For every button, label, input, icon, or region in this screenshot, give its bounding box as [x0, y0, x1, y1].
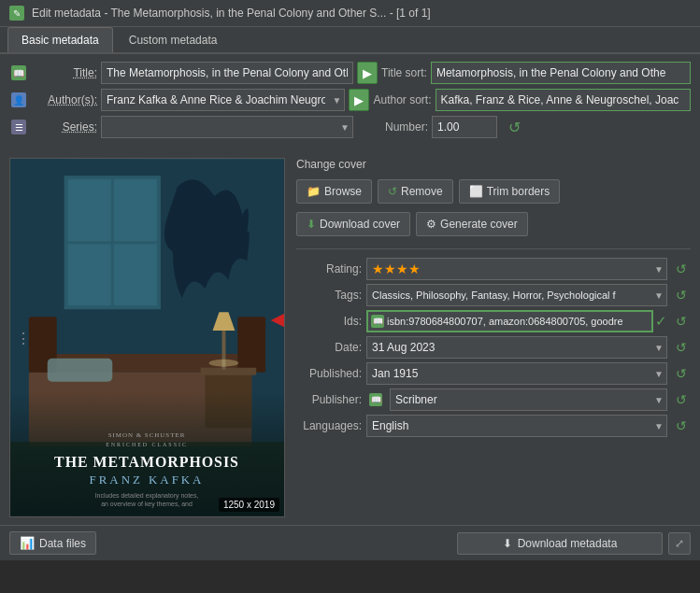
data-files-button[interactable]: 📊 Data files: [9, 531, 96, 555]
date-row: Date: 31 Aug 2023 ▼ ↺: [296, 336, 691, 359]
browse-button[interactable]: 📁 Browse: [296, 179, 372, 204]
author-sort-label: Author sort:: [373, 93, 431, 106]
ids-book-icon: 📖: [371, 315, 384, 328]
cover-area: SIMON & SCHUSTER ENRICHED CLASSIC THE ME…: [9, 158, 285, 517]
tab-bar: Basic metadata Custom metadata: [0, 27, 700, 54]
publisher-book-icon: 📖: [369, 393, 382, 406]
series-icon: ☰: [11, 120, 26, 134]
publisher-refresh-btn[interactable]: ↺: [672, 390, 691, 409]
tags-row: Tags: Classics, Philosophy, Fantasy, Hor…: [296, 284, 691, 306]
cover-image[interactable]: SIMON & SCHUSTER ENRICHED CLASSIC THE ME…: [9, 158, 285, 517]
languages-refresh-btn[interactable]: ↺: [672, 417, 691, 435]
published-select[interactable]: Jan 1915: [366, 362, 667, 385]
cover-art-svg: SIMON & SCHUSTER ENRICHED CLASSIC THE ME…: [10, 159, 284, 516]
metadata-fields-area: 📖 Title: ▶ Title sort: 👤 Author(s): Fran…: [0, 54, 700, 150]
download-meta-label: Download metadata: [518, 537, 618, 550]
window-title: Edit metadata - The Metamorphosis, in th…: [32, 7, 431, 20]
series-select[interactable]: [101, 116, 353, 138]
metadata-rows: Rating: ★★★★ ▼ ↺ Tags: Classics, Philoso…: [296, 258, 691, 437]
svg-rect-9: [48, 359, 113, 382]
author-icon: 👤: [9, 91, 28, 109]
number-input[interactable]: [432, 116, 497, 138]
ids-field-icon: 📖: [368, 312, 387, 331]
remove-label: Remove: [401, 185, 443, 198]
languages-label: Languages:: [296, 419, 362, 432]
rating-refresh-btn[interactable]: ↺: [672, 260, 691, 278]
ids-input[interactable]: [366, 310, 653, 332]
svg-point-14: [209, 360, 239, 367]
languages-select[interactable]: English: [366, 415, 667, 437]
rating-row: Rating: ★★★★ ▼ ↺: [296, 258, 691, 280]
person-icon: 👤: [11, 92, 26, 107]
app-icon: ✎: [9, 6, 24, 21]
tab-custom-metadata[interactable]: Custom metadata: [115, 27, 232, 52]
published-refresh-btn[interactable]: ↺: [672, 364, 691, 383]
svg-text:SIMON & SCHUSTER: SIMON & SCHUSTER: [108, 431, 186, 439]
data-files-label: Data files: [39, 537, 86, 550]
svg-rect-8: [237, 317, 265, 373]
cover-btn-row-2: ⬇ Download cover ⚙ Generate cover: [296, 212, 691, 236]
expand-icon: ⤢: [675, 537, 684, 550]
svg-text:an overview of key themes, and: an overview of key themes, and: [101, 501, 193, 508]
languages-row: Languages: English ▼ ↺: [296, 415, 691, 437]
author-sort-input[interactable]: [436, 89, 691, 111]
date-select[interactable]: 31 Aug 2023: [366, 336, 667, 359]
title-input[interactable]: [101, 62, 353, 84]
number-label: Number:: [385, 120, 428, 134]
svg-text:ENRICHED CLASSIC: ENRICHED CLASSIC: [106, 442, 188, 447]
svg-rect-11: [201, 368, 257, 375]
browse-label: Browse: [324, 185, 362, 198]
tags-select[interactable]: Classics, Philosophy, Fantasy, Horror, P…: [366, 284, 667, 306]
main-body: SIMON & SCHUSTER ENRICHED CLASSIC THE ME…: [0, 150, 700, 525]
tab-basic-metadata[interactable]: Basic metadata: [7, 27, 113, 52]
series-icon-wrap: ☰: [9, 118, 28, 136]
download-cover-button[interactable]: ⬇ Download cover: [296, 212, 410, 236]
date-refresh-btn[interactable]: ↺: [672, 338, 691, 357]
title-icon: 📖: [9, 64, 28, 82]
book-icon: 📖: [11, 65, 26, 80]
ids-label: Ids:: [296, 315, 362, 328]
remove-icon: ↺: [388, 185, 397, 198]
cover-drag-handle[interactable]: ⋮: [16, 329, 31, 346]
generate-icon: ⚙: [426, 218, 436, 231]
published-row: Published: Jan 1915 ▼ ↺: [296, 362, 691, 385]
titlebar: ✎ Edit metadata - The Metamorphosis, in …: [0, 0, 700, 27]
download-metadata-button[interactable]: ⬇ Download metadata: [457, 532, 663, 555]
title-arrow-btn[interactable]: ▶: [357, 62, 378, 84]
svg-text:FRANZ KAFKA: FRANZ KAFKA: [90, 473, 205, 487]
trim-label: Trim borders: [487, 185, 550, 198]
published-label: Published:: [296, 367, 362, 380]
publisher-label: Publisher:: [296, 393, 362, 406]
title-row: 📖 Title: ▶ Title sort:: [9, 62, 691, 84]
publisher-row: Publisher: 📖 Scribner ▼ ↺: [296, 388, 691, 411]
trim-button[interactable]: ⬜ Trim borders: [459, 179, 561, 204]
series-refresh-btn[interactable]: ↺: [505, 118, 523, 136]
ids-check-icon: ✓: [655, 313, 667, 330]
title-sort-label: Title sort:: [381, 66, 427, 79]
tags-refresh-btn[interactable]: ↺: [672, 286, 691, 304]
right-panel: Change cover 📁 Browse ↺ Remove ⬜ Trim bo…: [296, 158, 691, 517]
bottom-bar: 📊 Data files ⬇ Download metadata ⤢: [0, 525, 700, 560]
series-label: Series:: [32, 120, 97, 134]
data-files-icon: 📊: [20, 536, 35, 550]
tags-label: Tags:: [296, 289, 362, 302]
authors-row: 👤 Author(s): Franz Kafka & Anne Rice & J…: [9, 89, 691, 111]
ids-refresh-btn[interactable]: ↺: [672, 312, 691, 331]
download-meta-icon: ⬇: [503, 537, 512, 550]
authors-label: Author(s):: [32, 93, 97, 106]
expand-button[interactable]: ⤢: [668, 532, 691, 555]
publisher-select[interactable]: Scribner: [390, 388, 667, 411]
download-cover-label: Download cover: [320, 218, 400, 231]
svg-text:THE METAMORPHOSIS: THE METAMORPHOSIS: [54, 454, 239, 470]
rating-select[interactable]: ★★★★: [366, 258, 667, 280]
cover-dimensions-badge: 1250 x 2019: [219, 498, 279, 512]
svg-text:Includes detailed explanatory : Includes detailed explanatory notes,: [95, 492, 199, 500]
separator-1: [296, 248, 691, 249]
remove-button[interactable]: ↺ Remove: [378, 179, 453, 204]
title-sort-input[interactable]: [431, 62, 691, 84]
generate-cover-button[interactable]: ⚙ Generate cover: [416, 212, 528, 236]
authors-select[interactable]: Franz Kafka & Anne Rice & Joachim Neugro…: [101, 89, 345, 111]
ids-row: Ids: 📖 ✓ ↺: [296, 310, 691, 332]
author-arrow-btn[interactable]: ▶: [349, 89, 369, 111]
generate-label: Generate cover: [440, 218, 518, 231]
